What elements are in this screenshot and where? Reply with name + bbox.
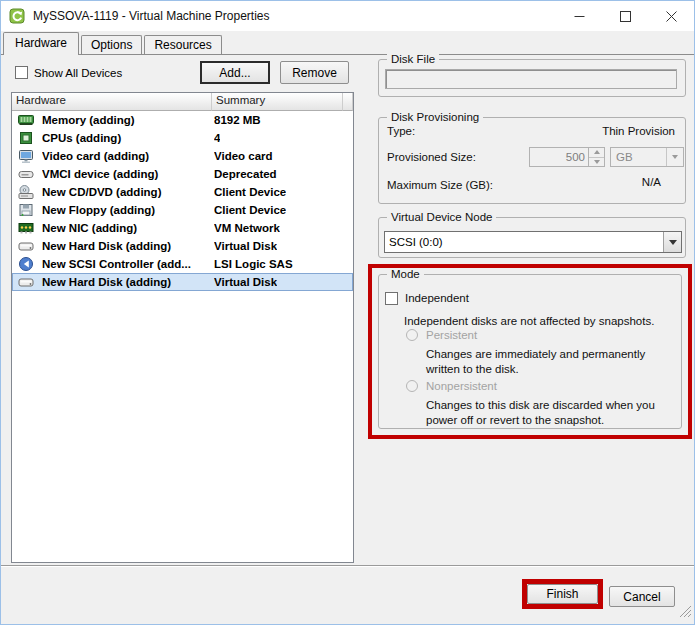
nonpersistent-label: Nonpersistent <box>426 380 497 392</box>
hardware-summary: 8192 MB <box>214 114 261 126</box>
table-row-hard-disk-2-selected[interactable]: New Hard Disk (adding) Virtual Disk <box>12 273 353 291</box>
hardware-name: New SCSI Controller (add... <box>42 258 214 270</box>
column-header-hardware[interactable]: Hardware <box>12 93 212 111</box>
hardware-table: Hardware Summary Memory (adding) 8192 MB… <box>11 92 354 563</box>
title-bar: MySSOVA-1119 - Virtual Machine Propertie… <box>1 1 694 31</box>
resize-grip[interactable] <box>679 604 692 622</box>
hardware-name: New Hard Disk (adding) <box>42 240 214 252</box>
vm-properties-dialog: MySSOVA-1119 - Virtual Machine Propertie… <box>0 0 695 625</box>
video-card-icon <box>18 148 34 164</box>
hardware-name: New Hard Disk (adding) <box>42 276 214 288</box>
finish-button[interactable]: Finish <box>527 584 598 604</box>
chevron-down-icon[interactable] <box>666 148 683 166</box>
tab-strip: Hardware Options Resources <box>3 31 224 54</box>
tab-resources[interactable]: Resources <box>144 35 221 54</box>
type-label: Type: <box>387 125 415 137</box>
disk-provisioning-group: Disk Provisioning Type: Thin Provision P… <box>378 117 686 204</box>
minimize-icon[interactable] <box>556 1 602 31</box>
hardware-summary: Virtual Disk <box>214 276 277 288</box>
nic-icon <box>18 220 34 236</box>
independent-checkbox[interactable] <box>385 292 398 305</box>
memory-icon <box>18 112 34 128</box>
column-header-summary[interactable]: Summary <box>212 93 343 111</box>
hardware-name: VMCI device (adding) <box>42 168 214 180</box>
tab-options[interactable]: Options <box>81 35 142 54</box>
table-row-cpus[interactable]: CPUs (adding) 4 <box>12 129 353 147</box>
finish-highlight-annotation: Finish <box>522 579 603 609</box>
hardware-name: Memory (adding) <box>42 114 214 126</box>
maximize-icon[interactable] <box>602 1 648 31</box>
cancel-button[interactable]: Cancel <box>609 586 675 607</box>
vmci-device-icon <box>18 166 34 182</box>
hardware-table-header: Hardware Summary <box>12 93 353 111</box>
virtual-device-node-group: Virtual Device Node SCSI (0:0) <box>378 217 686 258</box>
provisioned-size-stepper[interactable] <box>529 147 605 167</box>
hardware-summary: Client Device <box>214 186 286 198</box>
table-row-hard-disk-1[interactable]: New Hard Disk (adding) Virtual Disk <box>12 237 353 255</box>
hard-disk-icon <box>18 274 34 290</box>
show-all-devices-label: Show All Devices <box>34 67 122 79</box>
tab-hardware[interactable]: Hardware <box>3 32 79 55</box>
hardware-name: CPUs (adding) <box>42 132 214 144</box>
hardware-summary: Video card <box>214 150 273 162</box>
add-button[interactable]: Add... <box>200 61 270 84</box>
floppy-icon <box>18 202 34 218</box>
hardware-summary: LSI Logic SAS <box>214 258 293 270</box>
hardware-name: New Floppy (adding) <box>42 204 214 216</box>
table-row-video-card[interactable]: Video card (adding) Video card <box>12 147 353 165</box>
nonpersistent-description: Changes to this disk are discarded when … <box>426 398 680 428</box>
hardware-summary: Virtual Disk <box>214 240 277 252</box>
remove-button[interactable]: Remove <box>280 61 349 84</box>
hardware-name: Video card (adding) <box>42 150 214 162</box>
maximum-size-label: Maximum Size (GB): <box>387 179 493 191</box>
disk-file-input[interactable] <box>385 69 677 89</box>
window-title: MySSOVA-1119 - Virtual Machine Propertie… <box>33 9 270 23</box>
hardware-summary: 4 <box>214 132 220 144</box>
disk-file-group-label: Disk File <box>387 52 439 67</box>
show-all-devices-checkbox[interactable] <box>15 66 28 79</box>
table-row-cd-dvd[interactable]: New CD/DVD (adding) Client Device <box>12 183 353 201</box>
hard-disk-icon <box>18 238 34 254</box>
provisioned-size-label: Provisioned Size: <box>387 151 476 163</box>
disk-provisioning-group-label: Disk Provisioning <box>387 110 483 125</box>
table-row-vmci-device[interactable]: VMCI device (adding) Deprecated <box>12 165 353 183</box>
show-all-devices-row: Show All Devices <box>15 66 122 79</box>
hardware-name: New CD/DVD (adding) <box>42 186 214 198</box>
size-unit-dropdown[interactable]: GB <box>610 147 684 167</box>
hardware-summary: Deprecated <box>214 168 277 180</box>
persistent-description: Changes are immediately and permanently … <box>426 347 678 377</box>
persistent-label: Persistent <box>426 329 477 341</box>
size-unit-value: GB <box>611 151 666 163</box>
hardware-summary: Client Device <box>214 204 286 216</box>
maximum-size-value: N/A <box>642 176 661 188</box>
table-row-nic[interactable]: New NIC (adding) VM Network <box>12 219 353 237</box>
column-header-filler <box>343 93 353 111</box>
mode-group: Mode Independent Independent disks are n… <box>378 274 682 429</box>
type-value: Thin Provision <box>602 125 675 137</box>
virtual-device-node-value: SCSI (0:0) <box>385 236 663 248</box>
disk-file-group: Disk File <box>378 59 686 97</box>
virtual-device-node-group-label: Virtual Device Node <box>387 210 496 225</box>
vsphere-app-icon <box>9 8 25 24</box>
dialog-body: Show All Devices Add... Remove Hardware … <box>1 54 694 624</box>
table-row-floppy[interactable]: New Floppy (adding) Client Device <box>12 201 353 219</box>
provisioned-size-input[interactable] <box>530 148 588 166</box>
nonpersistent-radio[interactable] <box>406 380 418 392</box>
virtual-device-node-dropdown[interactable]: SCSI (0:0) <box>384 231 682 253</box>
independent-label: Independent <box>405 292 469 304</box>
spinner-down-icon[interactable] <box>589 158 604 167</box>
hardware-name: New NIC (adding) <box>42 222 214 234</box>
chevron-down-icon[interactable] <box>663 232 681 252</box>
close-icon[interactable] <box>648 1 694 31</box>
scsi-controller-icon <box>18 256 34 272</box>
table-row-scsi-controller[interactable]: New SCSI Controller (add... LSI Logic SA… <box>12 255 353 273</box>
independent-description: Independent disks are not affected by sn… <box>404 314 666 329</box>
cpu-icon <box>18 130 34 146</box>
spinner-up-icon[interactable] <box>589 148 604 158</box>
cd-dvd-icon <box>18 184 34 200</box>
footer-divider <box>1 565 694 567</box>
hardware-summary: VM Network <box>214 222 280 234</box>
table-row-memory[interactable]: Memory (adding) 8192 MB <box>12 111 353 129</box>
persistent-radio[interactable] <box>406 329 418 341</box>
mode-group-label: Mode <box>387 267 424 282</box>
